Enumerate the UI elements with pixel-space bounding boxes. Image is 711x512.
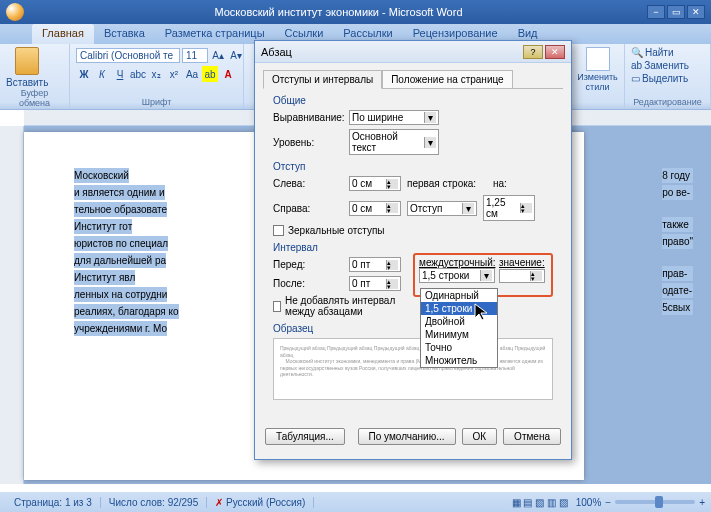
text-line[interactable]: Институт гот [74,219,132,234]
underline-icon[interactable]: Ч [112,66,128,82]
preview-box: Предыдущий абзац Предыдущий абзац Предыд… [273,338,553,400]
chevron-down-icon[interactable]: ▾ [480,270,492,281]
replace-icon: ab [631,60,642,71]
spacing-after-spin[interactable]: 0 пт▴▾ [349,276,401,291]
indent-left-spin[interactable]: 0 см▴▾ [349,176,401,191]
ok-button[interactable]: ОК [462,428,498,445]
zoom-in-button[interactable]: + [699,497,705,508]
maximize-button[interactable]: ▭ [667,5,685,19]
default-button[interactable]: По умолчанию... [358,428,456,445]
text-line[interactable]: также [662,217,693,232]
change-styles-button[interactable]: Изменить стили [577,47,618,93]
first-line-combo[interactable]: Отступ▾ [407,201,477,216]
alignment-label: Выравнивание: [273,112,343,123]
paragraph-dialog: Абзац ? ✕ Отступы и интервалы Положение … [254,40,572,460]
text-line[interactable]: 5свых [662,300,693,315]
font-size-combo[interactable]: 11 [182,48,208,63]
find-button[interactable]: 🔍Найти [631,47,674,58]
indent-right-spin[interactable]: 0 см▴▾ [349,201,401,216]
dropdown-option[interactable]: Множитель [421,354,497,367]
window-titlebar: Московский институт экономики - Microsof… [0,0,711,24]
shrink-font-icon[interactable]: A▾ [228,47,244,63]
spellcheck-icon: ✗ [215,497,223,508]
zoom-level[interactable]: 100% [576,497,602,508]
font-color-icon[interactable]: A [220,66,236,82]
styles-icon [586,47,610,71]
text-line[interactable]: ленных на сотрудни [74,287,167,302]
text-line[interactable]: учреждениями г. Мо [74,321,167,336]
minimize-button[interactable]: − [647,5,665,19]
spacing-before-spin[interactable]: 0 пт▴▾ [349,257,401,272]
level-combo[interactable]: Основной текст▾ [349,129,439,155]
grow-font-icon[interactable]: A▴ [210,47,226,63]
status-word-count[interactable]: Число слов: 92/295 [101,497,208,508]
spacing-value-label: значение: [499,257,547,268]
cancel-button[interactable]: Отмена [503,428,561,445]
strike-icon[interactable]: abc [130,66,146,82]
line-spacing-dropdown: Одинарный 1,5 строки Двойной Минимум Точ… [420,288,498,368]
text-line[interactable]: 8 году [662,168,693,183]
mirror-indents-checkbox[interactable]: Зеркальные отступы [273,225,553,236]
spacing-before-label: Перед: [273,259,343,270]
dialog-titlebar[interactable]: Абзац ? ✕ [255,41,571,63]
line-spacing-combo[interactable]: 1,5 строки▾ [419,268,495,283]
chevron-down-icon[interactable]: ▾ [424,137,436,148]
dropdown-option[interactable]: Минимум [421,328,497,341]
group-font-label: Шрифт [76,97,237,109]
text-line[interactable]: право" [662,234,693,249]
dialog-help-button[interactable]: ? [523,45,543,59]
line-spacing-label: междустрочный: [419,257,495,268]
text-line[interactable]: ро ве- [662,185,693,200]
dialog-tab-position[interactable]: Положение на странице [382,70,512,89]
section-general-header: Общие [273,95,553,106]
italic-icon[interactable]: К [94,66,110,82]
case-icon[interactable]: Aa [184,66,200,82]
spacing-value-spin[interactable]: ▴▾ [499,269,545,283]
close-button[interactable]: ✕ [687,5,705,19]
dropdown-option[interactable]: Одинарный [421,289,497,302]
highlight-icon[interactable]: ab [202,66,218,82]
tab-insert[interactable]: Вставка [94,24,155,44]
status-page[interactable]: Страница: 1 из 3 [6,497,101,508]
text-line[interactable]: прав- [662,266,693,281]
first-line-label: первая строка: [407,178,487,189]
alignment-combo[interactable]: По ширине▾ [349,110,439,125]
tab-home[interactable]: Главная [32,24,94,44]
mouse-cursor-icon [473,302,493,322]
vertical-ruler[interactable] [0,126,24,484]
zoom-slider[interactable] [615,500,695,504]
paste-button[interactable]: Вставить [6,47,48,88]
bold-icon[interactable]: Ж [76,66,92,82]
superscript-icon[interactable]: x² [166,66,182,82]
clipboard-icon [15,47,39,75]
dialog-title: Абзац [261,46,523,58]
indent-by-spin[interactable]: 1,25 см▴▾ [483,195,535,221]
text-line[interactable]: юристов по специал [74,236,168,251]
no-space-checkbox[interactable]: Не добавлять интервал между абзацами [273,295,413,317]
section-spacing-header: Интервал [273,242,553,253]
text-line[interactable]: Московский [74,168,129,183]
text-line[interactable]: для дальнейшей ра [74,253,166,268]
office-orb-icon[interactable] [6,3,24,21]
subscript-icon[interactable]: x₂ [148,66,164,82]
view-buttons[interactable]: ▦ ▤ ▧ ▥ ▨ [504,497,576,508]
tabs-button[interactable]: Табуляция... [265,428,345,445]
dialog-close-button[interactable]: ✕ [545,45,565,59]
status-language[interactable]: ✗ Русский (Россия) [207,497,314,508]
chevron-down-icon[interactable]: ▾ [424,112,436,123]
dialog-tab-indents[interactable]: Отступы и интервалы [263,70,382,89]
text-line[interactable]: Институт явл [74,270,135,285]
font-name-combo[interactable]: Calibri (Основной те [76,48,180,63]
zoom-out-button[interactable]: − [605,497,611,508]
select-button[interactable]: ▭Выделить [631,73,688,84]
paste-label: Вставить [6,77,48,88]
level-label: Уровень: [273,137,343,148]
chevron-down-icon[interactable]: ▾ [462,203,474,214]
binoculars-icon: 🔍 [631,47,643,58]
replace-button[interactable]: abЗаменить [631,60,689,71]
text-line[interactable]: тельное образовате [74,202,167,217]
text-line[interactable]: и является одним и [74,185,165,200]
text-line[interactable]: реалиях, благодаря ко [74,304,179,319]
dropdown-option[interactable]: Точно [421,341,497,354]
text-line[interactable]: одате- [662,283,693,298]
